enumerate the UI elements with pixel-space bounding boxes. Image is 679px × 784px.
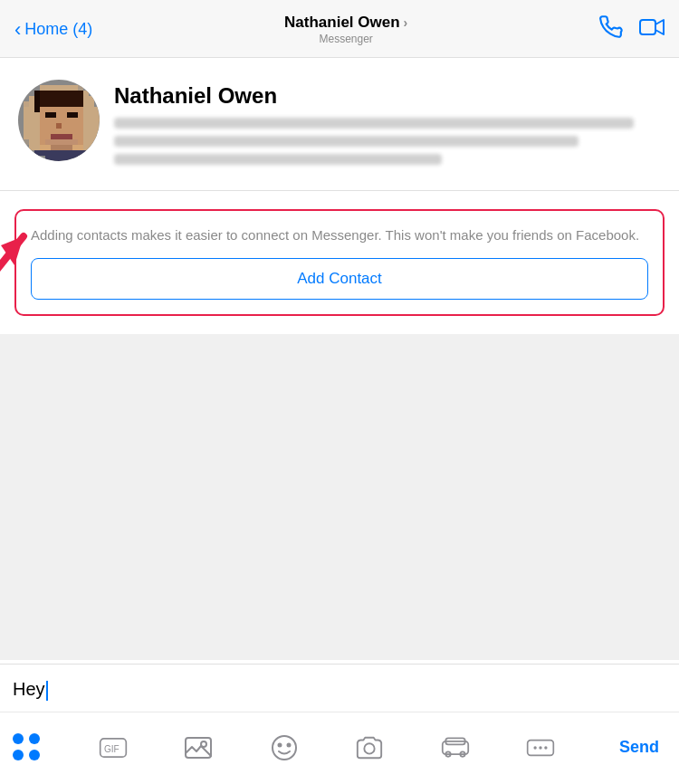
add-contact-card: Adding contacts makes it easier to conne… [14,209,665,316]
svg-marker-1 [655,20,664,34]
photo-icon [184,733,213,762]
nav-center: Nathaniel Owen › Messenger [92,14,599,45]
nav-title[interactable]: Nathaniel Owen › [92,14,599,32]
camera-button[interactable] [355,733,384,762]
profile-section: Nathaniel Owen [0,58,679,190]
phone-icon[interactable] [599,15,623,44]
add-contact-button[interactable]: Add Contact [31,258,648,300]
gif-button[interactable]: GIF [99,733,128,762]
nav-actions [599,15,665,44]
navigation-bar: ‹ Home (4) Nathaniel Owen › Messenger [0,0,679,58]
gif-icon: GIF [99,733,128,762]
message-text-content: Hey [13,679,45,699]
more-icon [526,733,555,762]
profile-info: Nathaniel Owen [114,80,661,172]
back-label: Home (4) [24,20,92,39]
svg-point-8 [273,736,296,760]
svg-point-7 [201,741,206,747]
text-cursor [46,681,48,701]
add-contact-description: Adding contacts makes it easier to conne… [31,225,648,245]
add-contact-section: Adding contacts makes it easier to conne… [14,209,665,316]
profile-name: Nathaniel Owen [114,83,661,109]
video-call-icon[interactable] [639,15,665,44]
sticker-icon [441,733,470,762]
sticker-button[interactable] [441,733,470,762]
svg-point-19 [545,746,548,749]
more-button[interactable] [526,733,555,762]
message-toolbar: GIF [0,712,679,784]
message-input[interactable]: Hey [13,674,666,704]
camera-icon [355,733,384,762]
blurred-info-2 [114,136,579,147]
apps-dot-2 [29,733,40,744]
avatar [18,80,100,161]
photo-button[interactable] [184,733,213,762]
back-chevron-icon: ‹ [14,20,21,40]
emoji-button[interactable] [270,733,299,762]
svg-text:GIF: GIF [103,744,119,754]
message-input-row: Hey [13,674,666,704]
svg-rect-6 [186,738,211,758]
svg-point-11 [365,743,375,753]
svg-point-17 [534,746,537,749]
send-button[interactable]: Send [612,734,666,760]
apps-dot-4 [29,750,40,760]
blurred-info-1 [114,118,634,129]
svg-rect-0 [640,20,655,34]
profile-divider [0,190,679,191]
nav-title-chevron: › [404,15,408,30]
back-button[interactable]: ‹ Home (4) [14,20,92,40]
apps-icon [13,733,42,762]
apps-dot-1 [13,733,24,744]
content-area: Nathaniel Owen Adding contacts makes it … [0,58,679,660]
apps-button[interactable] [13,733,42,762]
message-input-area: Hey [0,664,679,712]
svg-point-9 [278,743,281,746]
emoji-icon [270,733,299,762]
svg-point-18 [540,746,542,749]
apps-dot-3 [13,750,24,760]
contact-name-title: Nathaniel Owen [284,14,400,32]
blurred-info-3 [114,154,442,165]
empty-chat-area [0,334,679,660]
nav-subtitle: Messenger [92,33,599,45]
svg-point-10 [287,743,290,746]
